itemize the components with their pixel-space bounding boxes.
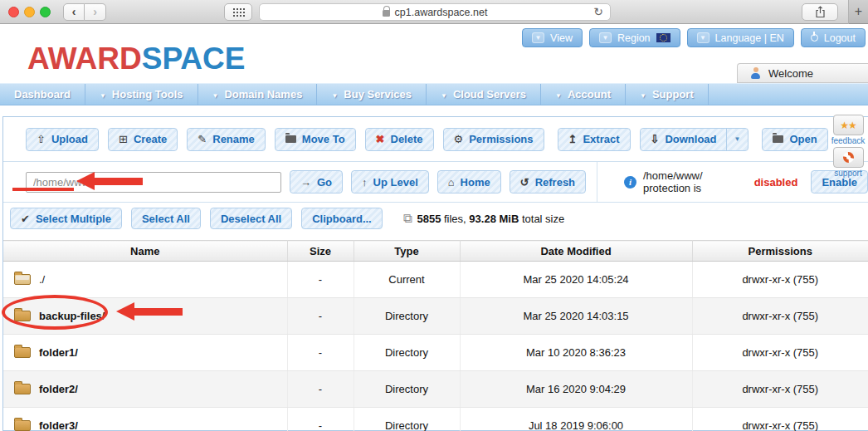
logout-label: Logout	[824, 32, 856, 44]
file-permissions: drwxr-xr-x (755)	[692, 298, 868, 335]
download-icon: ⇩	[651, 133, 660, 145]
deselect-all-button[interactable]: Deselect All	[210, 208, 292, 229]
back-button[interactable]: ‹	[63, 3, 85, 21]
nav-item-domain-names[interactable]: Domain Names	[198, 84, 318, 105]
upload-button[interactable]: ⇧ Upload	[26, 128, 99, 151]
grid-icon	[233, 8, 235, 10]
nav-item-cloud-servers[interactable]: Cloud Servers	[427, 84, 541, 105]
file-name[interactable]: ./	[39, 273, 45, 286]
nav-label: Support	[652, 88, 694, 100]
file-name[interactable]: folder1/	[39, 346, 78, 359]
nav-label: Buy Services	[344, 88, 412, 100]
view-label: View	[550, 32, 573, 44]
close-window-button[interactable]	[8, 7, 19, 17]
feedback-badge[interactable]: ★★ feedback	[830, 115, 866, 145]
move-to-button[interactable]: Move To	[275, 128, 356, 151]
view-button[interactable]: View	[522, 28, 583, 47]
download-button[interactable]: ⇩ Download	[640, 128, 749, 151]
up-level-button[interactable]: ↑ Up Level	[351, 170, 429, 193]
file-date: Mar 16 2020 9:04:29	[460, 371, 692, 408]
nav-label: Cloud Servers	[453, 88, 526, 100]
minimize-window-button[interactable]	[24, 7, 35, 17]
table-row-folder3[interactable]: folder3/ - Directory Jul 18 2019 9:06:00…	[3, 408, 868, 431]
file-permissions: drwxr-xr-x (755)	[692, 335, 868, 371]
column-header-date-modified[interactable]: Date Modified	[460, 241, 692, 262]
files-summary: ⧉ 5855 files, 93.28 MiB total size	[403, 211, 565, 226]
delete-button[interactable]: ✖ Delete	[365, 128, 434, 151]
welcome-tab[interactable]: Welcome	[737, 63, 868, 83]
up-arrow-icon: ↑	[362, 176, 368, 189]
folder-icon	[14, 384, 31, 394]
home-icon: ⌂	[448, 176, 455, 189]
select-all-button[interactable]: Select All	[131, 208, 201, 229]
nav-item-hosting-tools[interactable]: Hosting Tools	[85, 84, 198, 105]
permissions-button[interactable]: ⚙ Permissions	[443, 128, 544, 151]
share-button[interactable]	[802, 3, 838, 21]
go-button[interactable]: → Go	[290, 170, 343, 193]
column-header-size[interactable]: Size	[287, 241, 354, 262]
file-manager-panel: ⇧ Upload ⊞ Create ✎ Rename Move To ✖ Del…	[2, 116, 868, 431]
file-size: -	[287, 371, 354, 408]
region-button[interactable]: Region	[589, 28, 680, 47]
column-header-name[interactable]: Name	[3, 241, 287, 262]
logout-button[interactable]: Logout	[801, 28, 866, 47]
create-button[interactable]: ⊞ Create	[108, 128, 178, 151]
chevron-down-icon	[441, 88, 447, 100]
open-label: Open	[789, 133, 817, 145]
chevron-down-icon	[640, 88, 646, 100]
path-input[interactable]	[26, 172, 281, 193]
forward-button[interactable]: ›	[85, 3, 106, 21]
user-icon	[750, 67, 761, 79]
open-button[interactable]: Open	[762, 128, 827, 151]
nav-item-account[interactable]: Account	[541, 84, 626, 105]
region-label: Region	[617, 32, 651, 44]
refresh-button[interactable]: ↺ Refresh	[510, 170, 586, 193]
home-button[interactable]: ⌂ Home	[437, 170, 501, 193]
new-tab-button[interactable]: +	[848, 0, 868, 24]
table-row-folder1[interactable]: folder1/ - Directory Mar 10 2020 8:36:23…	[3, 335, 868, 371]
zoom-window-button[interactable]	[40, 7, 51, 17]
file-name[interactable]: backup-files/	[39, 310, 105, 322]
support-label: support	[830, 169, 866, 178]
protection-text: /home/www/ protection is	[643, 169, 748, 194]
nav-item-support[interactable]: Support	[626, 84, 709, 105]
download-label: Download	[665, 133, 716, 145]
file-size: -	[287, 335, 354, 371]
rename-button[interactable]: ✎ Rename	[187, 128, 265, 151]
language-button[interactable]: Language | EN	[687, 28, 794, 47]
table-row-current-dir[interactable]: ./ - Current Mar 25 2020 14:05:24 drwxr-…	[3, 262, 868, 298]
file-name[interactable]: folder3/	[39, 419, 78, 431]
file-permissions: drwxr-xr-x (755)	[692, 408, 868, 431]
go-label: Go	[317, 176, 332, 189]
address-bar[interactable]: cp1.awardspace.net ↻	[259, 3, 611, 21]
download-dropdown-chevron-icon[interactable]	[726, 129, 749, 150]
file-type: Directory	[354, 371, 460, 408]
table-row-folder2[interactable]: folder2/ - Directory Mar 16 2020 9:04:29…	[3, 371, 868, 408]
files-icon: ⧉	[403, 211, 412, 226]
deselect-all-label: Deselect All	[221, 213, 281, 225]
column-header-type[interactable]: Type	[354, 241, 460, 262]
power-icon	[811, 34, 818, 42]
home-label: Home	[461, 176, 490, 189]
support-badge[interactable]: support	[830, 147, 866, 178]
table-row-backup-files[interactable]: backup-files/ - Directory Mar 25 2020 14…	[3, 298, 868, 335]
show-tab-overview-button[interactable]	[224, 3, 252, 21]
move-to-label: Move To	[302, 133, 345, 145]
up-level-label: Up Level	[373, 176, 418, 189]
extract-button[interactable]: ↥ Extract	[558, 128, 631, 151]
main-navigation: Dashboard Hosting Tools Domain Names Buy…	[0, 83, 868, 105]
protection-status-area: i /home/www/ protection is disabled Enab…	[597, 162, 868, 202]
file-size: -	[287, 408, 354, 431]
extract-icon: ↥	[568, 133, 578, 145]
nav-item-buy-services[interactable]: Buy Services	[317, 84, 427, 105]
column-header-permissions[interactable]: Permissions	[692, 241, 868, 262]
reload-icon[interactable]: ↻	[593, 5, 603, 18]
stars-icon: ★★	[840, 120, 856, 131]
nav-label: Hosting Tools	[112, 88, 183, 100]
clipboard-button[interactable]: Clipboard...	[301, 208, 383, 229]
select-multiple-button[interactable]: ✔ Select Multiple	[10, 208, 122, 229]
share-icon	[815, 6, 826, 18]
file-name[interactable]: folder2/	[39, 383, 78, 395]
create-icon: ⊞	[119, 133, 128, 145]
nav-item-dashboard[interactable]: Dashboard	[0, 84, 85, 105]
